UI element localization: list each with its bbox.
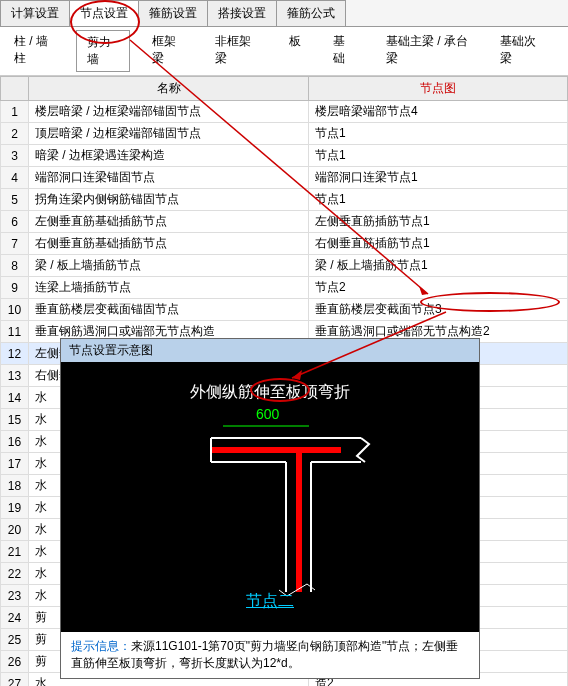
top-tab-formula[interactable]: 箍筋公式: [276, 0, 346, 26]
row-node[interactable]: 左侧垂直筋插筋节点1: [309, 211, 568, 233]
row-num: 13: [1, 365, 29, 387]
sub-tab-framebeam[interactable]: 框架梁: [142, 30, 193, 72]
row-num: 17: [1, 453, 29, 475]
diagram-canvas: 外侧纵筋伸至板顶弯折 600 节点二: [61, 362, 479, 632]
row-num: 24: [1, 607, 29, 629]
row-name: 梁 / 板上墙插筋节点: [29, 255, 309, 277]
row-num: 7: [1, 233, 29, 255]
row-num: 18: [1, 475, 29, 497]
row-num: 21: [1, 541, 29, 563]
row-num: 14: [1, 387, 29, 409]
row-num: 2: [1, 123, 29, 145]
row-num: 11: [1, 321, 29, 343]
row-name: 暗梁 / 边框梁遇连梁构造: [29, 145, 309, 167]
table-row[interactable]: 4端部洞口连梁锚固节点端部洞口连梁节点1: [1, 167, 568, 189]
diagram-node-link[interactable]: 节点二: [61, 591, 479, 612]
table-row[interactable]: 3暗梁 / 边框梁遇连梁构造节点1: [1, 145, 568, 167]
row-node[interactable]: 梁 / 板上墙插筋节点1: [309, 255, 568, 277]
col-num: [1, 77, 29, 101]
row-name: 顶层暗梁 / 边框梁端部锚固节点: [29, 123, 309, 145]
diagram-title: 节点设置示意图: [61, 339, 479, 362]
row-num: 10: [1, 299, 29, 321]
table-row[interactable]: 5拐角连梁内侧钢筋锚固节点节点1: [1, 189, 568, 211]
sub-tab-bar: 柱 / 墙柱 剪力墙 框架梁 非框架梁 板 基础 基础主梁 / 承台梁 基础次梁: [0, 27, 568, 76]
sub-tab-shearwall[interactable]: 剪力墙: [76, 30, 129, 72]
top-tab-calc[interactable]: 计算设置: [0, 0, 70, 26]
table-row[interactable]: 6左侧垂直筋基础插筋节点左侧垂直筋插筋节点1: [1, 211, 568, 233]
row-name: 右侧垂直筋基础插筋节点: [29, 233, 309, 255]
diagram-panel: 节点设置示意图 外侧纵筋伸至板顶弯折 600: [60, 338, 480, 679]
row-name: 垂直筋楼层变截面锚固节点: [29, 299, 309, 321]
row-num: 3: [1, 145, 29, 167]
top-tab-stirrup[interactable]: 箍筋设置: [138, 0, 208, 26]
row-num: 8: [1, 255, 29, 277]
row-node[interactable]: 右侧垂直筋插筋节点1: [309, 233, 568, 255]
top-tab-node[interactable]: 节点设置: [69, 0, 139, 26]
row-node[interactable]: 垂直筋楼层变截面节点3: [309, 299, 568, 321]
sub-tab-slab[interactable]: 板: [279, 30, 311, 72]
row-name: 拐角连梁内侧钢筋锚固节点: [29, 189, 309, 211]
sub-tab-foundation[interactable]: 基础: [323, 30, 364, 72]
sub-tab-column[interactable]: 柱 / 墙柱: [4, 30, 64, 72]
row-num: 22: [1, 563, 29, 585]
row-num: 27: [1, 673, 29, 687]
row-name: 端部洞口连梁锚固节点: [29, 167, 309, 189]
row-num: 12: [1, 343, 29, 365]
row-name: 左侧垂直筋基础插筋节点: [29, 211, 309, 233]
sub-tab-nonframebeam[interactable]: 非框架梁: [205, 30, 267, 72]
sub-tab-secbeam[interactable]: 基础次梁: [490, 30, 552, 72]
row-node[interactable]: 节点1: [309, 189, 568, 211]
row-num: 6: [1, 211, 29, 233]
diagram-hint: 提示信息：来源11G101-1第70页"剪力墙竖向钢筋顶部构造"节点；左侧垂直筋…: [61, 632, 479, 678]
row-num: 26: [1, 651, 29, 673]
row-num: 25: [1, 629, 29, 651]
row-num: 20: [1, 519, 29, 541]
top-tab-lap[interactable]: 搭接设置: [207, 0, 277, 26]
top-tab-bar: 计算设置 节点设置 箍筋设置 搭接设置 箍筋公式: [0, 0, 568, 27]
row-num: 9: [1, 277, 29, 299]
row-num: 15: [1, 409, 29, 431]
col-node: 节点图: [309, 77, 568, 101]
table-row[interactable]: 2顶层暗梁 / 边框梁端部锚固节点节点1: [1, 123, 568, 145]
row-name: 连梁上墙插筋节点: [29, 277, 309, 299]
row-num: 4: [1, 167, 29, 189]
table-row[interactable]: 9连梁上墙插筋节点节点2: [1, 277, 568, 299]
row-num: 5: [1, 189, 29, 211]
row-name: 楼层暗梁 / 边框梁端部锚固节点: [29, 101, 309, 123]
row-node[interactable]: 节点2: [309, 277, 568, 299]
hint-label: 提示信息：: [71, 639, 131, 653]
sub-tab-foundbeam[interactable]: 基础主梁 / 承台梁: [376, 30, 478, 72]
table-row[interactable]: 7右侧垂直筋基础插筋节点右侧垂直筋插筋节点1: [1, 233, 568, 255]
row-num: 1: [1, 101, 29, 123]
table-row[interactable]: 1楼层暗梁 / 边框梁端部锚固节点楼层暗梁端部节点4: [1, 101, 568, 123]
row-num: 19: [1, 497, 29, 519]
row-node[interactable]: 节点1: [309, 123, 568, 145]
row-node[interactable]: 端部洞口连梁节点1: [309, 167, 568, 189]
row-num: 23: [1, 585, 29, 607]
row-num: 16: [1, 431, 29, 453]
table-row[interactable]: 8梁 / 板上墙插筋节点梁 / 板上墙插筋节点1: [1, 255, 568, 277]
col-name: 名称: [29, 77, 309, 101]
table-row[interactable]: 10垂直筋楼层变截面锚固节点垂直筋楼层变截面节点3: [1, 299, 568, 321]
row-node[interactable]: 节点1: [309, 145, 568, 167]
row-node[interactable]: 楼层暗梁端部节点4: [309, 101, 568, 123]
